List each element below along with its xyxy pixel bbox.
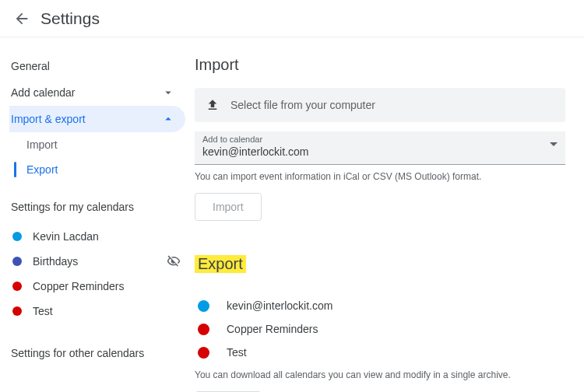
select-value: kevin@interlockit.com: [202, 145, 558, 158]
calendar-label: Test: [33, 305, 181, 317]
import-button[interactable]: Import: [195, 193, 262, 221]
calendar-color-dot: [12, 306, 22, 316]
calendar-color-dot: [198, 300, 209, 312]
select-file-button[interactable]: Select file from your computer: [195, 88, 565, 122]
export-help-text: You can download all calendars you can v…: [195, 369, 565, 380]
sidebar-subitem-import[interactable]: Import: [9, 132, 185, 157]
settings-header: Settings: [0, 0, 584, 37]
main-content: Import Select file from your computer Ad…: [195, 53, 584, 392]
calendar-label: kevin@interlockit.com: [227, 299, 332, 312]
calendar-color-dot: [198, 347, 209, 359]
sidebar-item-label: General: [11, 60, 176, 72]
sidebar-item-add-calendar[interactable]: Add calendar: [9, 79, 185, 106]
calendar-label: Test: [227, 346, 247, 359]
calendar-color-dot: [12, 257, 22, 266]
upload-icon: [206, 98, 220, 112]
import-heading: Import: [195, 56, 565, 74]
calendar-label: Copper Reminders: [227, 323, 318, 335]
import-help-text: You can import event information in iCal…: [195, 171, 565, 182]
sidebar-item-label: Export: [26, 163, 176, 176]
arrow-left-icon: [13, 10, 30, 27]
page-title: Settings: [40, 9, 100, 28]
sidebar-item-import-export[interactable]: Import & export: [9, 106, 185, 132]
sidebar-item-label: Add calendar: [11, 86, 160, 99]
calendar-label: Copper Reminders: [33, 280, 181, 292]
export-calendar-row: kevin@interlockit.com: [195, 295, 565, 317]
dropdown-triangle-icon: [550, 142, 558, 146]
visibility-off-icon: [167, 254, 181, 268]
calendar-label: Kevin Lacdan: [33, 230, 181, 243]
sidebar-section-my-calendars: Settings for my calendars: [11, 201, 195, 213]
calendar-color-dot: [12, 232, 22, 241]
add-to-calendar-select[interactable]: Add to calendar kevin@interlockit.com: [195, 131, 565, 165]
calendar-label: Birthdays: [33, 255, 167, 268]
sidebar-subitem-export[interactable]: Export: [9, 157, 185, 182]
sidebar-section-other-calendars: Settings for other calendars: [11, 347, 195, 359]
sidebar-item-label: Import: [26, 138, 176, 151]
select-file-label: Select file from your computer: [230, 99, 375, 111]
sidebar-calendar-item[interactable]: Birthdays: [9, 249, 195, 274]
calendar-color-dot: [198, 324, 209, 335]
sidebar-calendar-item[interactable]: Test: [9, 299, 195, 324]
export-calendar-row: Copper Reminders: [195, 318, 565, 340]
sidebar-item-general[interactable]: General: [9, 53, 185, 79]
select-label: Add to calendar: [202, 135, 558, 144]
export-calendar-row: Test: [195, 341, 565, 363]
settings-sidebar: General Add calendar Import & export Imp…: [0, 53, 195, 392]
chevron-up-icon: [160, 111, 176, 127]
calendar-color-dot: [12, 282, 22, 291]
sidebar-calendar-item[interactable]: Copper Reminders: [9, 274, 195, 299]
back-button[interactable]: [8, 5, 36, 33]
sidebar-item-label: Import & export: [11, 113, 160, 125]
chevron-down-icon: [160, 85, 176, 100]
export-heading: Export: [195, 255, 246, 273]
sidebar-calendar-item[interactable]: Kevin Lacdan: [9, 224, 195, 249]
